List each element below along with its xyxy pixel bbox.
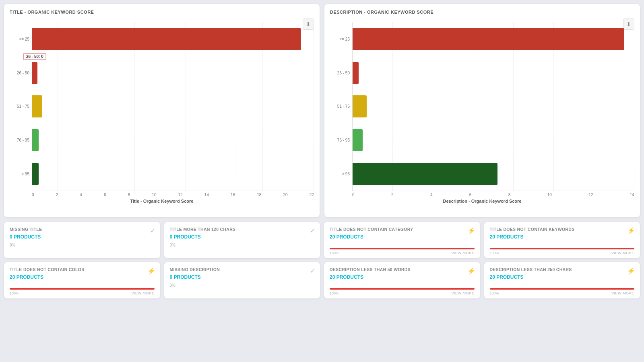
percent-label: 100% xyxy=(10,291,19,295)
view-more-button[interactable]: VIEW MORE xyxy=(611,251,634,255)
title-x-axis: 0246810121416182022 xyxy=(32,191,314,197)
bar-row xyxy=(32,128,314,153)
metric-card-5: ✓MISSING DESCRIPTION0 PRODUCTS0% xyxy=(164,262,320,298)
metric-value: 0 PRODUCTS xyxy=(10,234,155,240)
metric-value: 20 PRODUCTS xyxy=(10,274,155,280)
x-tick: 12 xyxy=(178,193,183,197)
title-chart-wrapper: ⬇ <= 25 26 - 50 51 - 75 76 - 95 > 95 xyxy=(10,19,314,212)
metric-title: TITLE DOES NOT CONTAIN COLOR xyxy=(10,267,155,272)
bar-2 xyxy=(32,95,42,117)
x-tick: 4 xyxy=(430,193,433,197)
bar-1 xyxy=(353,62,359,84)
x-tick: 16 xyxy=(231,193,235,197)
title-y-label-2: 26 - 50 xyxy=(10,71,29,75)
progress-bar-bg xyxy=(330,248,475,249)
x-tick: 2 xyxy=(56,193,58,197)
desc-chart-wrapper: ⬇ <= 25 26 - 50 51 - 75 76 - 95 > 95 xyxy=(330,19,634,212)
metric-sub: 0% xyxy=(170,283,315,288)
bar-0 xyxy=(353,28,624,50)
progress-bar-fill xyxy=(490,248,635,249)
x-tick: 6 xyxy=(469,193,472,197)
desc-chart-card: DESCRIPTION - ORGANIC KEYWORD SCORE ⬇ <=… xyxy=(324,4,640,217)
title-chart-card: TITLE - ORGANIC KEYWORD SCORE ⬇ <= 25 26… xyxy=(4,4,320,217)
lightning-icon: ⚡ xyxy=(147,267,155,275)
progress-bar-fill xyxy=(490,288,635,290)
title-y-label-3: 51 - 75 xyxy=(10,105,29,109)
metric-sub: 0% xyxy=(10,243,155,247)
progress-bar-bg xyxy=(10,288,155,290)
metric-title: MISSING DESCRIPTION xyxy=(170,267,315,272)
title-y-label-4: 76 - 95 xyxy=(10,138,29,142)
bar-row xyxy=(32,161,314,187)
metric-card-0: ✓MISSING TITLE0 PRODUCTS0% xyxy=(4,222,160,258)
progress-bar-bg xyxy=(490,248,635,249)
x-tick: 10 xyxy=(152,193,156,197)
x-tick: 0 xyxy=(352,193,355,197)
metric-title: MISSING TITLE xyxy=(10,227,155,232)
x-tick: 22 xyxy=(310,193,314,197)
progress-bar-fill xyxy=(330,288,475,290)
percent-label: 100% xyxy=(330,251,339,255)
lightning-icon: ⚡ xyxy=(627,267,635,275)
desc-y-label-1: <= 25 xyxy=(330,37,350,41)
bar-0 xyxy=(32,28,301,50)
metric-sub: 0% xyxy=(170,243,315,247)
bar-row xyxy=(32,94,314,119)
title-chart-heading: TITLE - ORGANIC KEYWORD SCORE xyxy=(10,10,314,14)
x-tick: 18 xyxy=(257,193,261,197)
view-more-button[interactable]: VIEW MORE xyxy=(451,291,474,295)
desc-chart-area: <= 25 26 - 50 51 - 75 76 - 95 > 95 xyxy=(330,19,634,204)
metric-value: 20 PRODUCTS xyxy=(490,274,635,280)
x-tick: 14 xyxy=(204,193,209,197)
title-bars-area: 26 - 50: 0 xyxy=(32,23,314,191)
progress-bar-fill xyxy=(10,288,155,290)
x-tick: 8 xyxy=(128,193,130,197)
metric-title: TITLE DOES NOT CONTAIN CATEGORY xyxy=(330,227,475,232)
bar-row xyxy=(353,60,634,86)
desc-y-label-5: > 95 xyxy=(330,172,350,176)
bar-row xyxy=(353,161,634,187)
percent-label: 100% xyxy=(490,291,499,295)
view-more-button[interactable]: VIEW MORE xyxy=(611,291,634,295)
metric-card-6: ⚡DESCRIPTION LESS THAN 50 WORDS20 PRODUC… xyxy=(324,262,480,298)
bar-row xyxy=(353,27,634,52)
bar-3 xyxy=(353,129,363,151)
desc-y-label-2: 26 - 50 xyxy=(330,71,350,75)
percent-label: 100% xyxy=(330,291,339,295)
title-x-label: Title - Organic Keyword Score xyxy=(10,199,314,204)
bar-row: 26 - 50: 0 xyxy=(32,60,314,86)
desc-chart-inner: <= 25 26 - 50 51 - 75 76 - 95 > 95 xyxy=(330,23,634,191)
bar-4 xyxy=(353,163,497,185)
progress-bar-bg xyxy=(490,288,635,290)
metric-card-4: ⚡TITLE DOES NOT CONTAIN COLOR20 PRODUCTS… xyxy=(4,262,160,298)
desc-y-label-4: 76 - 95 xyxy=(330,138,350,142)
title-y-axis: <= 25 26 - 50 51 - 75 76 - 95 > 95 xyxy=(10,23,32,191)
view-more-button[interactable]: VIEW MORE xyxy=(451,251,474,255)
lightning-icon: ⚡ xyxy=(627,227,635,234)
bar-row xyxy=(353,128,634,153)
desc-y-axis: <= 25 26 - 50 51 - 75 76 - 95 > 95 xyxy=(330,23,352,191)
metric-value: 0 PRODUCTS xyxy=(170,234,315,240)
check-icon: ✓ xyxy=(150,227,155,234)
title-y-label-1: <= 25 xyxy=(10,37,29,41)
bar-2 xyxy=(353,95,367,117)
desc-y-label-3: 51 - 75 xyxy=(330,105,350,109)
lightning-icon: ⚡ xyxy=(467,227,475,234)
x-tick: 4 xyxy=(80,193,82,197)
x-tick: 8 xyxy=(508,193,511,197)
title-y-label-5: > 95 xyxy=(10,172,29,176)
x-tick: 14 xyxy=(630,193,634,197)
view-more-button[interactable]: VIEW MORE xyxy=(131,291,154,295)
progress-bar-bg xyxy=(330,288,475,290)
bar-row xyxy=(32,27,314,52)
check-icon: ✓ xyxy=(310,227,315,234)
metric-card-2: ⚡TITLE DOES NOT CONTAIN CATEGORY20 PRODU… xyxy=(324,222,480,258)
metrics-grid: ✓MISSING TITLE0 PRODUCTS0%✓TITLE MORE TH… xyxy=(4,222,640,298)
bar-4 xyxy=(32,163,39,185)
metric-title: DESCRIPTION LESS THAN 50 WORDS xyxy=(330,267,475,272)
metric-title: DESCRIPTION LESS THAN 250 CHARS xyxy=(490,267,635,272)
check-icon: ✓ xyxy=(310,267,315,275)
metric-value: 0 PRODUCTS xyxy=(170,274,315,280)
metric-card-7: ⚡DESCRIPTION LESS THAN 250 CHARS20 PRODU… xyxy=(484,262,640,298)
x-tick: 12 xyxy=(588,193,593,197)
